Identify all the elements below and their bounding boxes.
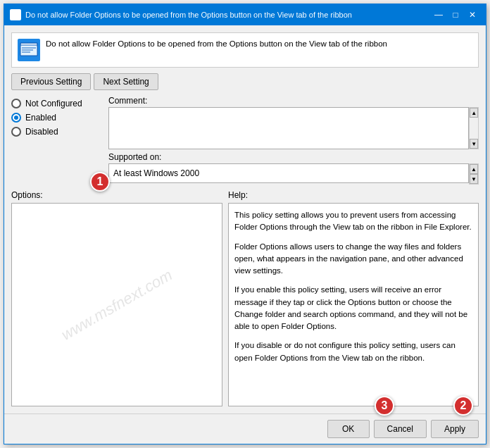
help-paragraph-3: If you enable this policy setting, users… [234,284,472,332]
comment-section: Comment: ▲ ▼ [108,96,479,149]
radio-group: Not Configured Enabled Disabled 1 [11,96,103,185]
comment-scrollbar[interactable]: ▲ ▼ [469,107,479,149]
options-watermark: www.msfnext.com [58,266,176,344]
policy-icon [11,10,20,20]
next-setting-button[interactable]: Next Setting [94,73,158,90]
supported-with-scroll: At least Windows 2000 ▲ ▼ [108,163,479,185]
policy-header-title: Do not allow Folder Options to be opened… [46,39,387,49]
supported-scroll-up[interactable]: ▲ [470,164,478,174]
help-paragraph-4: If you disable or do not configure this … [234,340,472,364]
comment-with-scroll: ▲ ▼ [108,107,479,149]
supported-scroll-down[interactable]: ▼ [470,174,478,184]
options-box: www.msfnext.com [11,203,222,406]
radio-enabled[interactable]: Enabled [11,113,103,123]
title-controls: — □ ✕ [431,8,480,21]
radio-enabled-circle [11,113,21,123]
radio-not-configured-label: Not Configured [25,99,82,108]
title-bar-left: Do not allow Folder Options to be opened… [10,9,352,20]
dialog-body: Do not allow Folder Options to be opened… [4,25,486,413]
folder-options-icon [19,40,39,60]
ok-button[interactable]: OK [327,420,370,438]
radio-enabled-label: Enabled [25,113,56,123]
dialog-window: Do not allow Folder Options to be opened… [4,4,486,444]
help-section: Help: This policy setting allows you to … [228,190,479,406]
help-paragraph-1: This policy setting allows you to preven… [234,209,472,234]
help-box[interactable]: This policy setting allows you to preven… [228,203,479,406]
settings-area: Not Configured Enabled Disabled 1 [11,96,479,185]
radio-disabled[interactable]: Disabled [11,127,103,137]
radio-enabled-dot [14,116,18,120]
close-button[interactable]: ✕ [465,8,480,21]
section-divider [222,190,228,406]
supported-value: At least Windows 2000 [113,168,199,178]
supported-box: At least Windows 2000 [108,163,469,183]
supported-label: Supported on: [108,152,479,162]
badge-1: 1 [90,172,110,192]
comment-label: Comment: [108,96,479,106]
radio-disabled-circle [11,127,21,137]
nav-buttons: Previous Setting Next Setting [11,73,479,90]
options-label: Options: [11,190,222,200]
scroll-down-arrow[interactable]: ▼ [470,139,478,149]
radio-not-configured-circle [11,99,21,108]
options-help-row: Options: www.msfnext.com Help: This poli… [11,190,479,406]
window-title: Do not allow Folder Options to be opened… [25,11,352,19]
title-bar: Do not allow Folder Options to be opened… [4,4,486,25]
policy-header: Do not allow Folder Options to be opened… [11,32,479,68]
maximize-button[interactable]: □ [448,8,463,21]
minimize-button[interactable]: — [431,8,446,21]
cancel-button[interactable]: Cancel [374,420,427,438]
dialog-footer: 3 2 OK Cancel Apply [4,413,486,444]
radio-disabled-label: Disabled [25,127,58,137]
supported-section: Supported on: At least Windows 2000 ▲ ▼ [108,152,479,185]
comment-textarea[interactable] [108,107,469,149]
radio-not-configured[interactable]: Not Configured [11,99,103,108]
apply-button[interactable]: Apply [431,420,479,438]
options-section: Options: www.msfnext.com [11,190,222,406]
policy-header-icon [18,39,40,61]
comment-supported: Comment: ▲ ▼ Supported on: At [108,96,479,185]
supported-scrollbar[interactable]: ▲ ▼ [469,163,479,185]
scroll-up-arrow[interactable]: ▲ [470,108,478,118]
title-icon [10,9,21,20]
help-paragraph-2: Folder Options allows users to change th… [234,241,472,278]
help-label: Help: [228,190,479,200]
previous-setting-button[interactable]: Previous Setting [11,73,91,90]
